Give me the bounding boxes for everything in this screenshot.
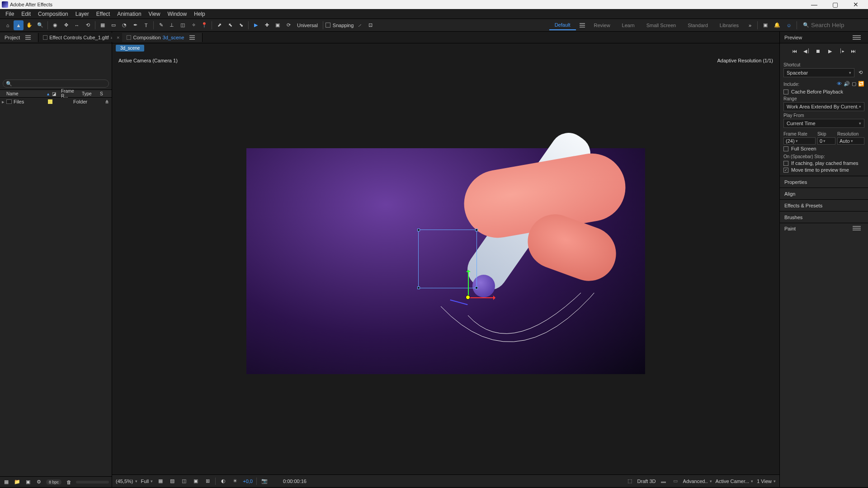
effects-presets-panel[interactable]: Effects & Presets [780, 199, 868, 211]
project-search[interactable]: 🔍 [3, 80, 109, 88]
home-tool[interactable]: ⌂ [3, 20, 13, 30]
snapshot-icon[interactable]: 📷 [260, 477, 269, 485]
col-label-icon[interactable]: ◪ [52, 91, 61, 96]
include-overlays-icon[interactable]: ▢ [852, 81, 856, 87]
grid-guide-icon[interactable]: ⊞ [203, 477, 212, 485]
composition-tab[interactable]: Composition 3d_scene [122, 33, 203, 42]
col-type[interactable]: Type [82, 91, 100, 96]
brush-tool[interactable]: ✎ [156, 20, 166, 30]
preview-resolution-dropdown[interactable]: Auto▾ [837, 137, 864, 145]
renderer-dropdown[interactable]: Advanced..▾ [683, 479, 712, 484]
resolution-dropdown[interactable]: Full▾ [141, 479, 153, 484]
channel-icon[interactable]: ◐ [219, 477, 227, 485]
include-audio-icon[interactable]: 🔊 [844, 81, 850, 87]
reset-shortcut-icon[interactable]: ⟲ [856, 68, 864, 76]
ellipse-tool[interactable]: ◔ [119, 20, 129, 30]
preview-time[interactable]: 0:00:00:16 [283, 479, 307, 484]
stop-button[interactable]: ⏹ [814, 47, 823, 55]
transparency-grid-icon[interactable]: ▨ [168, 477, 176, 485]
paint-panel[interactable]: Paint [780, 223, 868, 487]
play-button[interactable]: ▶ [826, 47, 835, 55]
align-panel[interactable]: Align [780, 188, 868, 199]
prev-frame-button[interactable]: ◀⏐ [802, 47, 811, 55]
workspace-default[interactable]: Default [549, 20, 576, 30]
maximize-button[interactable]: ▢ [825, 0, 845, 9]
hand-tool[interactable]: ✋ [24, 20, 34, 30]
draft3d-label[interactable]: Draft 3D [637, 479, 656, 484]
pan-tool[interactable]: ✥ [61, 20, 71, 30]
frame-io-icon[interactable]: ▣ [760, 20, 771, 31]
workspace-learn[interactable]: Learn [617, 21, 640, 30]
gizmo-x-axis[interactable] [468, 297, 495, 298]
move-time-checkbox[interactable] [783, 168, 788, 173]
zoom-tool[interactable]: 🔍 [35, 20, 45, 30]
label-swatch[interactable] [48, 99, 52, 104]
menu-animation[interactable]: Animation [113, 10, 145, 18]
snap-opt-2[interactable]: ⊡ [365, 20, 375, 30]
close-button[interactable]: ✕ [845, 0, 866, 9]
col-name[interactable]: Name [6, 91, 47, 96]
reset-exposure-icon[interactable]: ☀ [231, 477, 239, 485]
unified-camera-tool[interactable]: ▦ [98, 20, 108, 30]
fast-preview-icon[interactable]: ▦ [156, 477, 165, 485]
project-tab-menu[interactable] [25, 35, 31, 40]
type-tool[interactable]: T [141, 20, 151, 30]
twisty-icon[interactable]: ▸ [2, 99, 6, 105]
first-frame-button[interactable]: ⏮ [790, 47, 799, 55]
workspace-review[interactable]: Review [589, 21, 616, 30]
menu-effect[interactable]: Effect [93, 10, 113, 18]
3d-ground-icon[interactable]: ▬ [660, 477, 668, 485]
roto-tool[interactable]: ✧ [189, 20, 198, 30]
magnification-dropdown[interactable]: (45,5%)▾ [116, 479, 137, 484]
orbit-tool[interactable]: ◉ [50, 20, 60, 30]
row-share-icon[interactable]: ⋔ [105, 99, 109, 105]
menu-help[interactable]: Help [190, 10, 209, 18]
last-frame-button[interactable]: ⏭ [849, 47, 858, 55]
sort-indicator[interactable]: ▴ [47, 91, 49, 96]
gizmo-y-axis[interactable] [468, 270, 469, 297]
play-from-dropdown[interactable]: Current Time▾ [783, 119, 864, 128]
rotate-tool[interactable]: ⟲ [83, 20, 93, 30]
next-frame-button[interactable]: ⏐▶ [837, 47, 846, 55]
trash-icon[interactable]: 🗑 [65, 479, 72, 486]
universal-label[interactable]: Universal [294, 23, 321, 28]
pen-tool[interactable]: ✒ [130, 20, 140, 30]
roi-icon[interactable]: ▣ [192, 477, 200, 485]
proj-settings-icon[interactable]: ⚙ [35, 479, 42, 486]
menu-file[interactable]: File [2, 10, 18, 18]
properties-panel[interactable]: Properties [780, 176, 868, 188]
minimize-button[interactable]: — [804, 0, 825, 9]
add-keyframe-tool[interactable]: ✚ [262, 20, 272, 30]
3d-local-axis[interactable]: ⬈ [214, 20, 224, 30]
selection-tool[interactable]: ▲ [14, 20, 24, 30]
if-caching-checkbox[interactable] [783, 161, 788, 166]
search-input[interactable] [811, 22, 865, 28]
share-icon[interactable]: ☺ [783, 20, 794, 31]
menu-composition[interactable]: Composition [34, 10, 72, 18]
3d-view-axis[interactable]: ⬊ [236, 20, 246, 30]
extended-viewer-icon[interactable]: ▭ [671, 477, 679, 485]
new-comp-icon[interactable]: ▣ [24, 479, 32, 486]
workspace-standard[interactable]: Standard [682, 21, 713, 30]
preview-menu[interactable] [853, 35, 861, 40]
menu-window[interactable]: Window [164, 10, 190, 18]
draft3d-icon[interactable]: ⬚ [626, 477, 634, 485]
workspace-default-menu[interactable] [580, 23, 585, 28]
search-help[interactable]: 🔍 [803, 22, 865, 28]
camera-dropdown[interactable]: Active Camer...▾ [716, 479, 754, 484]
bpc-badge[interactable]: 8 bpc [46, 479, 61, 485]
project-row-files[interactable]: ▸ Files Folder ⋔ [0, 98, 112, 106]
shortcut-dropdown[interactable]: Spacebar▾ [783, 68, 854, 77]
snapping-checkbox[interactable] [326, 23, 330, 28]
skip-dropdown[interactable]: 0▾ [817, 137, 835, 145]
mask-vis-icon[interactable]: ◫ [180, 477, 188, 485]
snap-opt-1[interactable]: ⟋ [354, 20, 364, 30]
clone-tool[interactable]: ⊥ [167, 20, 177, 30]
exposure-value[interactable]: +0,0 [243, 479, 253, 484]
range-dropdown[interactable]: Work Area Extended By Current...▾ [783, 102, 864, 111]
col-frame[interactable]: Frame R... [61, 89, 82, 99]
gizmo-center[interactable] [466, 295, 470, 300]
comp-tab-menu[interactable] [189, 35, 195, 40]
eraser-tool[interactable]: ◫ [178, 20, 188, 30]
puppet-tool[interactable]: 📍 [199, 20, 209, 30]
